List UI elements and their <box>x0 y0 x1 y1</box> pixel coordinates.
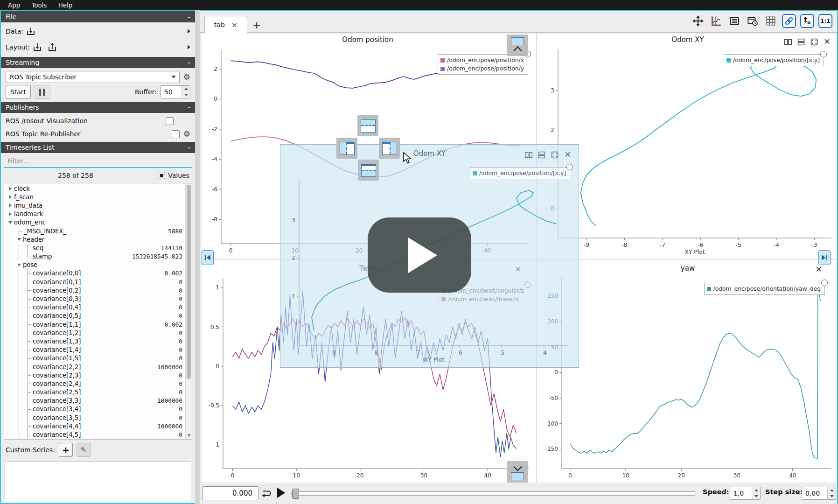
time-display[interactable]: 0.000 <box>203 486 258 500</box>
legend-entry[interactable]: /odom_enc/pose/orientation/yaw_deg <box>707 285 821 293</box>
section-header-publishers[interactable]: Publishers - <box>1 102 195 113</box>
tree-item[interactable]: covariance[0,5]0 <box>4 312 185 320</box>
tree-item[interactable]: clock <box>4 184 185 193</box>
scrollbar-thumb[interactable] <box>187 185 191 379</box>
link-zoom-icon[interactable] <box>782 14 796 28</box>
menu-app[interactable]: App <box>3 1 25 9</box>
tree-item[interactable]: header <box>4 235 185 244</box>
legend-entry[interactable]: /odom_enc/pose/position/[x;y] <box>473 169 566 177</box>
tree-item[interactable]: covariance[2,5]0 <box>4 388 185 397</box>
spin-down-icon[interactable] <box>752 493 760 499</box>
collapse-arrow-icon[interactable] <box>15 264 23 266</box>
buffer-spinbox[interactable]: 50 <box>161 85 190 98</box>
spin-up-icon[interactable] <box>182 86 190 92</box>
tree-item[interactable]: covariance[2,3]0 <box>4 371 185 379</box>
split-horizontal-icon[interactable] <box>524 150 533 159</box>
load-layout-icon[interactable] <box>32 42 42 52</box>
tab-current[interactable]: tab × <box>204 16 247 34</box>
tree-item[interactable]: landmark <box>4 210 185 218</box>
values-checkbox[interactable] <box>158 172 165 179</box>
tree-item[interactable]: covariance[3,3]1000000 <box>4 397 185 405</box>
spin-up-icon[interactable] <box>828 487 836 493</box>
tree-item[interactable]: covariance[1,5]0 <box>4 354 185 363</box>
add-custom-series-button[interactable]: + <box>59 443 73 457</box>
expand-arrow-icon[interactable] <box>6 187 14 190</box>
collapse-right-splitter-button[interactable] <box>818 250 831 265</box>
save-layout-icon[interactable] <box>47 42 57 52</box>
tree-item[interactable]: covariance[0,2]0 <box>4 286 185 294</box>
expand-arrow-icon[interactable] <box>188 29 190 34</box>
new-tab-button[interactable]: + <box>248 18 265 32</box>
menu-tools[interactable]: Tools <box>26 1 52 9</box>
ratio-1-1-icon[interactable]: 1:1 <box>818 14 832 28</box>
expand-arrow-icon[interactable] <box>6 203 14 207</box>
collapse-section-icon[interactable]: - <box>188 104 190 111</box>
publisher-checkbox[interactable] <box>166 117 174 125</box>
play-button[interactable] <box>277 488 285 498</box>
time-slider[interactable] <box>291 490 696 497</box>
plot-legend[interactable]: /odom_enc/pose/position/[x;y] <box>724 54 824 66</box>
plot-canvas[interactable]: 150100500-50-100-150010203040 <box>539 274 836 483</box>
collapse-arrow-icon[interactable] <box>6 221 14 224</box>
legend-entry[interactable]: /odom_enc/pose/position/y <box>440 64 524 73</box>
close-plot-icon[interactable]: ✕ <box>814 265 823 274</box>
list-view-icon[interactable] <box>727 14 741 28</box>
expand-arrow-icon[interactable] <box>6 195 14 199</box>
tree-item[interactable]: _MSG_INDEX_5880 <box>4 227 185 235</box>
tree-item[interactable]: covariance[1,2]0 <box>4 329 185 337</box>
section-header-file[interactable]: File - <box>1 11 195 22</box>
legend-entry[interactable]: /odom_enc/pose/position/[x;y] <box>726 56 820 64</box>
tree-item[interactable]: f_scan <box>4 193 185 201</box>
plot-legend[interactable]: /odom_enc/pose/orientation/yaw_deg <box>704 283 825 295</box>
section-header-streaming[interactable]: Streaming - <box>1 57 195 68</box>
dock-bottom-icon[interactable] <box>358 160 379 181</box>
expand-arrow-icon[interactable] <box>6 212 14 216</box>
tree-item[interactable]: covariance[1,1]0.002 <box>4 320 185 329</box>
pause-button[interactable] <box>34 85 50 99</box>
tree-item[interactable]: odom_enc <box>4 218 185 227</box>
expand-arrow-icon[interactable] <box>188 45 190 49</box>
spin-down-icon[interactable] <box>182 92 190 98</box>
tree-item[interactable]: covariance[2,4]0 <box>4 379 185 388</box>
tree-scrollbar[interactable] <box>185 183 192 439</box>
collapse-section-icon[interactable]: - <box>188 13 190 21</box>
spin-down-icon[interactable] <box>828 493 836 499</box>
tree-item[interactable]: covariance[0,0]0.002 <box>4 269 185 278</box>
filter-input[interactable] <box>4 155 192 168</box>
tree-item[interactable]: imu_data <box>4 201 185 210</box>
tree-item[interactable]: covariance[2,2]1000000 <box>4 363 185 371</box>
tree-item[interactable]: covariance[0,3]0 <box>4 294 185 303</box>
dock-right-icon[interactable] <box>379 138 400 159</box>
dock-screen-bottom-icon[interactable] <box>507 461 528 483</box>
plot-canvas[interactable]: 3210-9-8-7-6-5-4-3XY Plot <box>539 46 836 258</box>
fullscreen-icon[interactable] <box>550 150 559 159</box>
overlay-legend[interactable]: /odom_enc/pose/position/[x;y] <box>470 167 570 179</box>
grid-icon[interactable] <box>764 14 778 28</box>
tree-item[interactable]: seq144110 <box>4 244 185 252</box>
time-offset-icon[interactable]: to <box>800 14 814 28</box>
slider-handle[interactable] <box>292 489 299 499</box>
spin-arrows[interactable] <box>182 86 190 98</box>
section-header-timeseries[interactable]: Timeseries List - <box>1 142 195 153</box>
video-play-button[interactable] <box>368 217 471 293</box>
close-plot-icon[interactable]: ✕ <box>823 37 831 46</box>
tree-item[interactable]: covariance[1,4]0 <box>4 346 185 354</box>
collapse-section-icon[interactable]: - <box>188 144 190 151</box>
step-size-spinbox[interactable]: 0,00 <box>802 487 836 500</box>
tree-item[interactable]: covariance[4,4]1000000 <box>4 422 185 430</box>
dock-top-icon[interactable] <box>357 115 378 136</box>
streaming-source-select[interactable]: ROS Topic Subscriber <box>6 71 180 83</box>
tree-item[interactable]: covariance[3,5]0 <box>4 413 185 422</box>
move-icon[interactable] <box>691 14 705 28</box>
close-tab-icon[interactable]: × <box>231 21 237 29</box>
load-data-icon[interactable] <box>26 27 36 36</box>
fullscreen-icon[interactable] <box>810 37 818 46</box>
dock-left-icon[interactable] <box>336 138 357 159</box>
publisher-settings-gear-icon[interactable]: ⚙ <box>183 129 190 139</box>
speed-spinbox[interactable]: 1,0 <box>730 487 761 500</box>
split-vertical-icon[interactable] <box>796 37 805 46</box>
tree-item[interactable]: pose <box>4 261 185 269</box>
edit-custom-series-button[interactable]: ✎ <box>77 443 91 457</box>
start-button[interactable]: Start <box>6 85 31 99</box>
legend-entry[interactable]: /odom_enc/pose/position/x <box>440 56 524 64</box>
